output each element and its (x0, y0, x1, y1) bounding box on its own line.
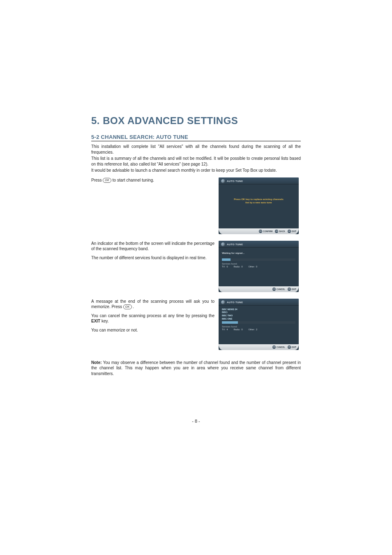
subsection-title: 5-2 CHANNEL SEARCH: AUTO TUNE (91, 134, 301, 140)
tv-footer: OKCONFIRM OKBACK OKEXIT (219, 228, 299, 234)
tv-btn-label: CONFIRM (263, 230, 272, 233)
tv-val: 0 (226, 265, 228, 268)
tv-confirm-message: Press OK key to replace existing channel… (222, 198, 295, 205)
channel-item: BBC ONE (222, 318, 295, 321)
tv-btn-label: EXIT (292, 230, 296, 233)
tv-btn-label: CANCEL (277, 346, 285, 348)
radio-val: 0 (241, 265, 242, 268)
indicator-para: An indicator at the bottom of the screen… (91, 241, 214, 252)
intro-paragraph: It would be advisable to launch a channe… (91, 168, 301, 173)
cancel-post: key. (100, 319, 108, 323)
page-number: - 8 - (0, 419, 392, 424)
tv-msg-line: list by a new auto tune (222, 201, 295, 204)
tv-screenshot-scanning: AUTO TUNE Waiting for signal... Services… (219, 241, 299, 292)
tv-exit-button[interactable]: OKEXIT (288, 345, 296, 349)
memorize-or-not: You can memorize or not. (91, 327, 214, 333)
tv-progress-bar (222, 321, 295, 324)
services-para: The number of different services found i… (91, 255, 214, 261)
tv-label: TV: (222, 265, 225, 268)
globe-icon (221, 179, 225, 183)
tv-label: TV: (222, 328, 225, 331)
tv-services-row: TV: 4 Radio: 0 Other: 2 (222, 328, 295, 331)
tv-screenshot-results: AUTO TUNE BBC NEWS 24 BBCi BBC TWO BBC O… (219, 299, 299, 350)
memorize-para: A message at the end of the scanning pro… (91, 299, 214, 310)
tv-btn-label: BACK (279, 230, 285, 233)
rule (91, 141, 301, 141)
section-title: 5. BOX ADVANCED SETTINGS (91, 115, 301, 127)
tv-back-button[interactable]: OKBACK (275, 230, 285, 233)
ok-dot-icon: OK (259, 230, 262, 233)
tv-msg-line: Press OK key to replace existing channel… (222, 198, 295, 201)
ok-dot-icon: OK (288, 230, 291, 233)
tv-confirm-button[interactable]: OKCONFIRM (259, 230, 272, 233)
radio-label: Radio: (233, 265, 240, 268)
tv-channel-list: BBC NEWS 24 BBCi BBC TWO BBC ONE (222, 308, 295, 321)
tv-header-title: AUTO TUNE (227, 180, 243, 182)
tv-progress-bar (222, 258, 295, 261)
tv-exit-button[interactable]: OKEXIT (288, 288, 296, 291)
ok-key-icon: OK (123, 304, 132, 309)
tv-header-title: AUTO TUNE (227, 301, 243, 304)
other-val: 2 (256, 328, 257, 331)
other-val: 0 (256, 265, 257, 268)
radio-val: 0 (241, 328, 242, 331)
exit-key-bold: EXIT (91, 319, 100, 323)
tv-btn-label: EXIT (292, 288, 296, 290)
press-instruction: Press OK to start channel tuning. (91, 177, 214, 183)
ok-dot-icon: OK (288, 288, 291, 291)
other-label: Other: (249, 328, 255, 331)
tv-header: AUTO TUNE (219, 241, 299, 248)
channel-item: BBCi (222, 311, 295, 314)
memorize-pre: A message at the end of the scanning pro… (91, 299, 214, 309)
tv-cancel-button[interactable]: OKCANCEL (272, 288, 285, 291)
memorize-post: . (133, 304, 134, 309)
tv-cancel-button[interactable]: OKCANCEL (272, 345, 285, 349)
tv-services-row: TV: 0 Radio: 0 Other: 0 (222, 265, 295, 268)
tv-waiting-text: Waiting for signal... (222, 252, 295, 254)
tv-services-label: Services found: (222, 263, 295, 265)
tv-screenshot-confirm: AUTO TUNE Press OK key to replace existi… (219, 177, 299, 234)
globe-icon (221, 242, 225, 246)
tv-btn-label: CANCEL (277, 288, 285, 290)
press-post: to start channel tuning. (113, 178, 154, 182)
other-label: Other: (249, 265, 255, 268)
tv-btn-label: EXIT (292, 346, 296, 348)
ok-dot-icon: OK (288, 345, 291, 349)
tv-header: AUTO TUNE (219, 177, 299, 184)
intro-paragraph: This installation will complete list "Al… (91, 144, 301, 155)
channel-item: BBC NEWS 24 (222, 308, 295, 311)
ok-key-icon: OK (103, 178, 111, 183)
tv-footer: OKCANCEL OKEXIT (219, 286, 299, 292)
ok-dot-icon: OK (272, 288, 276, 291)
cancel-para: You can cancel the scanning process at a… (91, 313, 214, 324)
tv-services-label: Services found: (222, 325, 295, 328)
tv-footer: OKCANCEL OKEXIT (219, 344, 299, 350)
radio-label: Radio: (233, 328, 240, 331)
note-text: You may observe a difference between the… (91, 360, 301, 376)
press-pre: Press (91, 178, 102, 182)
cancel-pre: You can cancel the scanning process at a… (91, 313, 214, 318)
globe-icon (221, 300, 225, 304)
tv-val: 4 (226, 328, 228, 331)
tv-header: AUTO TUNE (219, 299, 299, 306)
tv-exit-button[interactable]: OKEXIT (288, 230, 296, 233)
channel-item: BBC TWO (222, 314, 295, 318)
tv-header-title: AUTO TUNE (227, 243, 243, 246)
note-paragraph: Note: You may observe a difference betwe… (91, 360, 301, 377)
ok-dot-icon: OK (275, 230, 278, 233)
note-label: Note: (91, 360, 102, 365)
intro-paragraph: This list is a summary of all the channe… (91, 156, 301, 167)
ok-dot-icon: OK (272, 345, 276, 349)
